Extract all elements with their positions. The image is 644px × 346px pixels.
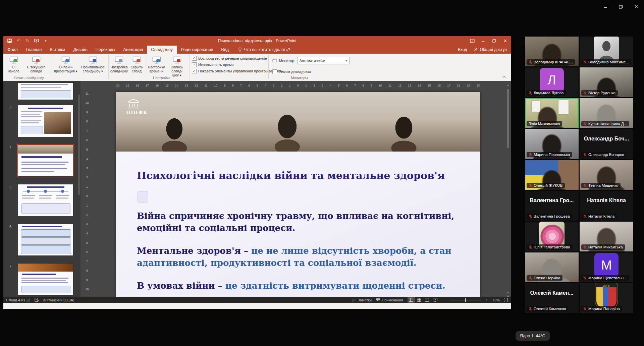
view-reading-button[interactable] — [424, 297, 431, 303]
comments-button[interactable]: Примечания — [376, 298, 403, 302]
participant-tile[interactable]: ВПУ-94Марина Панаріна — [580, 283, 633, 313]
monitor-dropdown[interactable]: Автоматически ▾ — [297, 57, 350, 64]
participant-tile[interactable]: Наталія Михайська — [580, 222, 633, 251]
restore-window-icon[interactable] — [613, 0, 629, 13]
slide-thumbnail-4[interactable]: 4 — [18, 145, 73, 176]
participant-tile[interactable]: Марина Перловська — [525, 129, 579, 159]
zoom-in-button[interactable]: + — [485, 297, 488, 302]
collapse-ribbon-icon[interactable] — [501, 75, 507, 79]
share-button[interactable]: Общий доступ — [474, 47, 507, 52]
ribbon-checkbox[interactable]: ✓Показать элементы управления проигрыват… — [192, 69, 282, 73]
hide-slide-icon — [132, 55, 142, 65]
rehearse-timings-button[interactable]: Настройкавремени — [147, 55, 166, 73]
participant-tile[interactable]: Валентина Гро...Валентина Грошева — [525, 191, 579, 221]
thumbnail-scrollbar[interactable] — [78, 95, 80, 195]
participant-tile[interactable]: Тетяна Мищенко — [580, 160, 633, 190]
redo-icon[interactable]: ↻ — [25, 38, 30, 44]
participant-tile[interactable]: Наталія КітелаНаталія Кітела — [580, 191, 633, 221]
participant-tile[interactable]: Володимир КРАВЧЕ... — [525, 37, 579, 66]
from-beginning-button[interactable]: Сначала — [5, 55, 22, 73]
canvas-scrollbar[interactable]: ▲ ▼ ▲ ▼ — [506, 84, 510, 301]
view-normal-button[interactable] — [408, 297, 415, 303]
tab-Слайд-шоу[interactable]: Слайд-шоу — [147, 46, 177, 54]
minimize-app-icon[interactable]: – — [478, 36, 489, 45]
horizontal-ruler[interactable]: 20·19·18·17·16·15·14·13·12·11·10·9·8·7·6… — [116, 83, 480, 88]
zoom-out-button[interactable]: − — [443, 297, 446, 302]
ruler-number: 17 — [447, 84, 450, 87]
minimize-window-icon[interactable]: – — [598, 0, 613, 13]
participant-name: Наталія Кітела — [588, 214, 614, 218]
slide-bullet-placeholder[interactable] — [138, 191, 148, 203]
undo-icon[interactable]: ↶ — [16, 38, 21, 44]
participant-name-label: Тетяна Мищенко — [581, 183, 621, 188]
restore-app-icon[interactable] — [489, 36, 500, 45]
letter-avatar: М — [594, 253, 619, 277]
sign-in-link[interactable]: Вход — [458, 47, 467, 52]
ribbon-display-options-icon[interactable] — [467, 36, 478, 45]
record-show-button[interactable]: Запись слайд-шоу ▾ — [166, 55, 188, 77]
participant-tile[interactable]: ЛЛюдмила Лугова — [525, 67, 579, 97]
qat-customize-icon[interactable]: ▾ — [43, 38, 48, 44]
tab-Файл[interactable]: Файл — [3, 46, 22, 54]
participant-name-label: Валентина Грошева — [527, 214, 572, 219]
ribbon-checkbox[interactable]: ✓Воспроизвести речевое сопровождение — [192, 56, 282, 61]
participant-tile[interactable]: Олексій ЖУКОВ — [525, 160, 579, 190]
scroll-down-icon[interactable]: ▼ — [506, 291, 510, 294]
tab-Вид[interactable]: Вид — [217, 46, 233, 54]
columns-building-icon — [126, 99, 141, 109]
slide-thumbnail[interactable] — [18, 83, 73, 100]
fit-to-window-icon[interactable] — [504, 298, 508, 302]
tab-Рецензирование[interactable]: Рецензирование — [177, 46, 217, 54]
slide-paragraph: Ментальне здоров'я – це не лише відсутні… — [137, 245, 467, 269]
participant-tile[interactable]: Лілія Максименко — [525, 98, 579, 128]
tab-Главная[interactable]: Главная — [22, 46, 46, 54]
participant-tile[interactable]: Курятнікова Ірина Д... — [580, 98, 633, 128]
participant-tile[interactable]: ММарина Щепетильн... — [580, 252, 633, 282]
tab-Вставка[interactable]: Вставка — [46, 46, 69, 54]
tab-Переходы[interactable]: Переходы — [92, 46, 119, 54]
close-app-icon[interactable]: × — [500, 36, 511, 45]
view-slide-sorter-button[interactable] — [416, 297, 423, 303]
tab-Дизайн[interactable]: Дизайн — [69, 46, 92, 54]
scroll-up-icon[interactable]: ▲ — [506, 84, 510, 87]
current-slide[interactable]: ПІПФК Психологічні наслідки війни та мен… — [116, 92, 480, 300]
slide-thumbnail-5[interactable]: 5 — [18, 184, 73, 216]
presenter-mode-checkbox[interactable]: Режим докладчика — [272, 69, 350, 74]
from-current-button[interactable]: С текущегослайда — [22, 55, 51, 73]
notes-button[interactable]: Заметки — [352, 298, 372, 302]
ribbon-checkbox[interactable]: ✓Использовать время — [192, 62, 282, 67]
spell-check-icon[interactable] — [35, 298, 39, 302]
slide-body-text[interactable]: Війна спричиняє хронічну травму, що впли… — [137, 210, 467, 302]
close-window-icon[interactable]: × — [629, 0, 644, 13]
ruler-number: 0 — [86, 194, 88, 198]
slide-title[interactable]: Психологічні наслідки війни та ментальне… — [137, 170, 467, 181]
view-slideshow-button[interactable] — [432, 297, 439, 303]
tab-Анимация[interactable]: Анимация — [119, 46, 147, 54]
present-online-button[interactable]: Онлайн-презентация ▾ — [53, 55, 78, 73]
hide-slide-button[interactable]: Скрытьслайд — [128, 55, 145, 73]
participant-tile[interactable]: Олександр Боч...Олександр Бочаров — [580, 129, 633, 159]
setup-show-button[interactable]: Настройкаслайд-шоу — [110, 55, 128, 73]
participant-tile[interactable]: Юлія Галатайстрова — [525, 222, 579, 251]
zoom-level[interactable]: 79% — [492, 298, 500, 302]
start-slideshow-icon[interactable] — [34, 38, 39, 44]
zoom-slider[interactable] — [450, 300, 481, 300]
participant-tile[interactable]: Віктор Руденко — [580, 67, 633, 97]
participant-tile[interactable]: Олена Норкіна — [525, 252, 579, 282]
custom-show-button[interactable]: Произвольноеслайд-шоу ▾ — [78, 55, 107, 73]
vertical-ruler[interactable]: 111098765432101234567891011 — [85, 92, 90, 300]
language-indicator[interactable]: английский (США) — [43, 298, 74, 302]
save-icon[interactable] — [7, 38, 12, 44]
slide-thumbnail-7[interactable]: 7 — [18, 264, 73, 295]
participant-name: Володимир Максиме... — [588, 60, 629, 64]
slide-thumbnail-3[interactable]: 3 — [18, 105, 73, 137]
tell-me-box[interactable]: Что вы хотите сделать? — [238, 47, 290, 54]
zoom-slider-thumb[interactable] — [465, 298, 466, 302]
ribbon-group-label: Начать слайд-шоу — [3, 76, 54, 80]
slide-canvas: 20·19·18·17·16·15·14·13·12·11·10·9·8·7·6… — [80, 81, 511, 303]
participant-tile[interactable]: Володимир Максиме... — [580, 37, 633, 66]
participant-tile[interactable]: Олексій Камен...Олексій Каменков — [525, 283, 579, 313]
scrollbar-thumb[interactable] — [507, 89, 509, 148]
slide-thumbnail-6[interactable]: 6 — [18, 224, 73, 255]
ruler-number: 6 — [86, 250, 88, 254]
